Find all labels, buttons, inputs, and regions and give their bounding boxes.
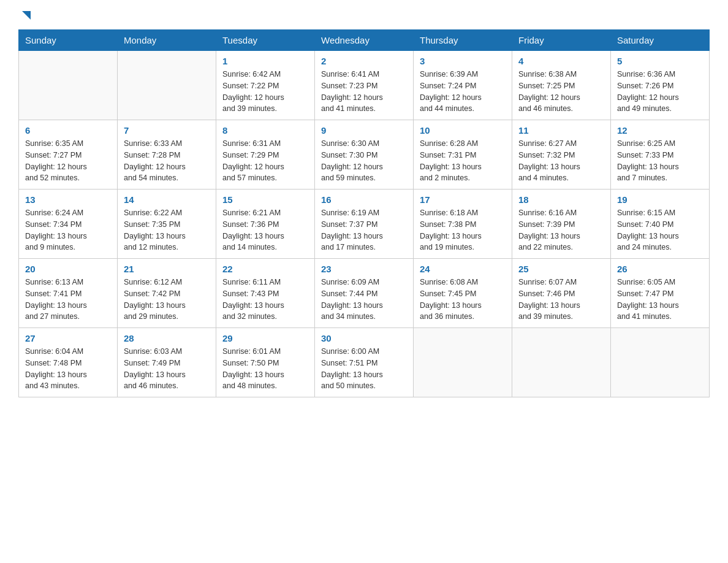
calendar-cell: 30Sunrise: 6:00 AMSunset: 7:51 PMDayligh… — [315, 328, 414, 397]
day-info: Sunrise: 6:42 AMSunset: 7:22 PMDaylight:… — [222, 69, 308, 115]
calendar-cell: 23Sunrise: 6:09 AMSunset: 7:44 PMDayligh… — [315, 259, 414, 328]
calendar-cell: 28Sunrise: 6:03 AMSunset: 7:49 PMDayligh… — [118, 328, 216, 397]
calendar-cell: 22Sunrise: 6:11 AMSunset: 7:43 PMDayligh… — [216, 259, 315, 328]
day-number: 6 — [25, 125, 111, 136]
day-number: 1 — [222, 56, 308, 66]
calendar-cell: 29Sunrise: 6:01 AMSunset: 7:50 PMDayligh… — [216, 328, 315, 397]
day-number: 9 — [321, 125, 407, 136]
calendar-cell: 19Sunrise: 6:15 AMSunset: 7:40 PMDayligh… — [611, 190, 710, 259]
calendar-cell: 15Sunrise: 6:21 AMSunset: 7:36 PMDayligh… — [216, 190, 315, 259]
calendar-cell: 25Sunrise: 6:07 AMSunset: 7:46 PMDayligh… — [512, 259, 611, 328]
calendar-cell: 1Sunrise: 6:42 AMSunset: 7:22 PMDaylight… — [216, 51, 315, 120]
day-number: 26 — [617, 264, 703, 274]
day-info: Sunrise: 6:24 AMSunset: 7:34 PMDaylight:… — [25, 207, 111, 253]
day-number: 18 — [518, 194, 604, 205]
calendar-cell: 6Sunrise: 6:35 AMSunset: 7:27 PMDaylight… — [19, 120, 118, 190]
calendar-cell: 11Sunrise: 6:27 AMSunset: 7:32 PMDayligh… — [512, 120, 611, 190]
calendar-cell: 26Sunrise: 6:05 AMSunset: 7:47 PMDayligh… — [611, 259, 710, 328]
day-number: 27 — [25, 333, 111, 343]
day-number: 28 — [124, 333, 210, 343]
day-number: 19 — [617, 194, 703, 205]
day-number: 16 — [321, 194, 407, 205]
day-number: 23 — [321, 264, 407, 274]
header-row: SundayMondayTuesdayWednesdayThursdayFrid… — [19, 30, 710, 51]
svg-marker-0 — [22, 11, 31, 20]
day-info: Sunrise: 6:21 AMSunset: 7:36 PMDaylight:… — [222, 207, 308, 253]
calendar-cell: 10Sunrise: 6:28 AMSunset: 7:31 PMDayligh… — [414, 120, 512, 190]
logo — [18, 12, 33, 23]
calendar-cell: 5Sunrise: 6:36 AMSunset: 7:26 PMDaylight… — [611, 51, 710, 120]
day-info: Sunrise: 6:25 AMSunset: 7:33 PMDaylight:… — [617, 138, 703, 184]
calendar-cell — [19, 51, 118, 120]
day-number: 22 — [222, 264, 308, 274]
calendar-week-row: 1Sunrise: 6:42 AMSunset: 7:22 PMDaylight… — [19, 51, 710, 120]
day-number: 24 — [420, 264, 506, 274]
calendar-cell — [512, 328, 611, 397]
calendar-cell: 4Sunrise: 6:38 AMSunset: 7:25 PMDaylight… — [512, 51, 611, 120]
day-number: 29 — [222, 333, 308, 343]
page-header — [18, 12, 710, 23]
calendar-week-row: 6Sunrise: 6:35 AMSunset: 7:27 PMDaylight… — [19, 120, 710, 190]
day-number: 30 — [321, 333, 407, 343]
day-info: Sunrise: 6:12 AMSunset: 7:42 PMDaylight:… — [124, 277, 210, 323]
day-number: 17 — [420, 194, 506, 205]
calendar-cell: 7Sunrise: 6:33 AMSunset: 7:28 PMDaylight… — [118, 120, 216, 190]
day-number: 12 — [617, 125, 703, 136]
calendar-cell: 18Sunrise: 6:16 AMSunset: 7:39 PMDayligh… — [512, 190, 611, 259]
day-number: 7 — [124, 125, 210, 136]
calendar-body: 1Sunrise: 6:42 AMSunset: 7:22 PMDaylight… — [19, 51, 710, 397]
calendar-week-row: 27Sunrise: 6:04 AMSunset: 7:48 PMDayligh… — [19, 328, 710, 397]
calendar-cell — [611, 328, 710, 397]
calendar-cell: 3Sunrise: 6:39 AMSunset: 7:24 PMDaylight… — [414, 51, 512, 120]
calendar-table: SundayMondayTuesdayWednesdayThursdayFrid… — [18, 29, 710, 397]
calendar-cell: 16Sunrise: 6:19 AMSunset: 7:37 PMDayligh… — [315, 190, 414, 259]
day-info: Sunrise: 6:39 AMSunset: 7:24 PMDaylight:… — [420, 69, 506, 115]
day-number: 13 — [25, 194, 111, 205]
day-number: 8 — [222, 125, 308, 136]
day-info: Sunrise: 6:22 AMSunset: 7:35 PMDaylight:… — [124, 207, 210, 253]
day-number: 14 — [124, 194, 210, 205]
day-number: 3 — [420, 56, 506, 66]
day-of-week-header: Monday — [118, 30, 216, 51]
day-info: Sunrise: 6:33 AMSunset: 7:28 PMDaylight:… — [124, 138, 210, 184]
calendar-week-row: 13Sunrise: 6:24 AMSunset: 7:34 PMDayligh… — [19, 190, 710, 259]
calendar-cell — [118, 51, 216, 120]
day-info: Sunrise: 6:27 AMSunset: 7:32 PMDaylight:… — [518, 138, 604, 184]
day-number: 4 — [518, 56, 604, 66]
day-info: Sunrise: 6:35 AMSunset: 7:27 PMDaylight:… — [25, 138, 111, 184]
calendar-cell: 21Sunrise: 6:12 AMSunset: 7:42 PMDayligh… — [118, 259, 216, 328]
calendar-header: SundayMondayTuesdayWednesdayThursdayFrid… — [19, 30, 710, 51]
day-of-week-header: Saturday — [611, 30, 710, 51]
day-of-week-header: Sunday — [19, 30, 118, 51]
day-info: Sunrise: 6:18 AMSunset: 7:38 PMDaylight:… — [420, 207, 506, 253]
day-info: Sunrise: 6:19 AMSunset: 7:37 PMDaylight:… — [321, 207, 407, 253]
calendar-cell: 2Sunrise: 6:41 AMSunset: 7:23 PMDaylight… — [315, 51, 414, 120]
calendar-cell: 20Sunrise: 6:13 AMSunset: 7:41 PMDayligh… — [19, 259, 118, 328]
day-info: Sunrise: 6:38 AMSunset: 7:25 PMDaylight:… — [518, 69, 604, 115]
calendar-cell: 14Sunrise: 6:22 AMSunset: 7:35 PMDayligh… — [118, 190, 216, 259]
calendar-cell: 9Sunrise: 6:30 AMSunset: 7:30 PMDaylight… — [315, 120, 414, 190]
day-number: 15 — [222, 194, 308, 205]
day-info: Sunrise: 6:28 AMSunset: 7:31 PMDaylight:… — [420, 138, 506, 184]
day-info: Sunrise: 6:11 AMSunset: 7:43 PMDaylight:… — [222, 277, 308, 323]
calendar-cell: 8Sunrise: 6:31 AMSunset: 7:29 PMDaylight… — [216, 120, 315, 190]
calendar-week-row: 20Sunrise: 6:13 AMSunset: 7:41 PMDayligh… — [19, 259, 710, 328]
day-number: 5 — [617, 56, 703, 66]
day-number: 21 — [124, 264, 210, 274]
calendar-cell: 12Sunrise: 6:25 AMSunset: 7:33 PMDayligh… — [611, 120, 710, 190]
day-info: Sunrise: 6:01 AMSunset: 7:50 PMDaylight:… — [222, 346, 308, 392]
day-number: 10 — [420, 125, 506, 136]
day-info: Sunrise: 6:09 AMSunset: 7:44 PMDaylight:… — [321, 277, 407, 323]
day-info: Sunrise: 6:07 AMSunset: 7:46 PMDaylight:… — [518, 277, 604, 323]
day-of-week-header: Wednesday — [315, 30, 414, 51]
day-info: Sunrise: 6:04 AMSunset: 7:48 PMDaylight:… — [25, 346, 111, 392]
day-info: Sunrise: 6:00 AMSunset: 7:51 PMDaylight:… — [321, 346, 407, 392]
day-number: 2 — [321, 56, 407, 66]
day-info: Sunrise: 6:13 AMSunset: 7:41 PMDaylight:… — [25, 277, 111, 323]
day-info: Sunrise: 6:05 AMSunset: 7:47 PMDaylight:… — [617, 277, 703, 323]
logo-triangle-icon — [20, 10, 33, 23]
day-info: Sunrise: 6:30 AMSunset: 7:30 PMDaylight:… — [321, 138, 407, 184]
calendar-cell: 13Sunrise: 6:24 AMSunset: 7:34 PMDayligh… — [19, 190, 118, 259]
calendar-cell: 17Sunrise: 6:18 AMSunset: 7:38 PMDayligh… — [414, 190, 512, 259]
day-of-week-header: Tuesday — [216, 30, 315, 51]
